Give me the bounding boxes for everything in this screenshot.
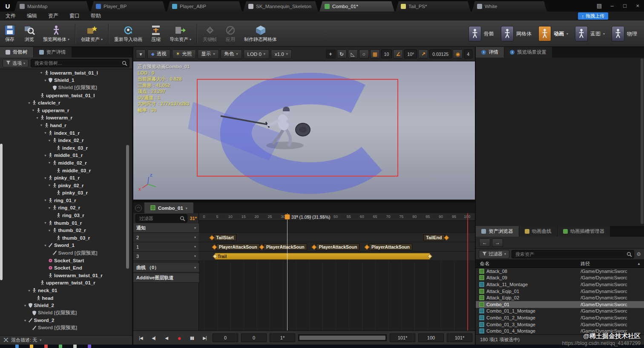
- taskbar-app-icon[interactable]: [88, 345, 91, 348]
- view-options-gear-icon[interactable]: ⚙: [636, 251, 641, 257]
- tree-row-sword[interactable]: Sword [仅限预览]: [0, 249, 132, 257]
- toolbar--button[interactable]: 保存: [0, 21, 20, 46]
- tree-row-sword_1[interactable]: ▼Sword_1: [0, 242, 132, 249]
- drag-upload-button[interactable]: ↑ 拖拽上传: [578, 12, 609, 20]
- asset-row-attack_11_montage[interactable]: Attack_11_Montage/Game/DynamicSworc: [476, 281, 644, 288]
- viewport--button[interactable]: 显示▾: [198, 49, 219, 59]
- viewport-x1-0-button[interactable]: x1.0▾: [271, 49, 292, 59]
- taskbar-app-icon[interactable]: [44, 345, 48, 348]
- taskbar-app-icon[interactable]: [73, 345, 77, 348]
- taskbar-app-icon[interactable]: [15, 345, 19, 348]
- panel-options-icon[interactable]: ◠: [135, 205, 142, 212]
- asset-search-input[interactable]: [512, 250, 634, 258]
- viewport--button[interactable]: ◆透视: [147, 49, 170, 59]
- expand-arrow-icon[interactable]: ▼: [24, 304, 28, 307]
- window-maximize-button[interactable]: □: [618, 0, 631, 11]
- tree-row-index_02_r[interactable]: ▼index_02_r: [0, 136, 132, 144]
- viewport-options-menu-button[interactable]: ▾: [136, 49, 146, 58]
- expand-arrow-icon[interactable]: ▼: [40, 71, 44, 74]
- tree-row-index_03_r[interactable]: index_03_r: [0, 144, 132, 152]
- step-back-button[interactable]: ◀|: [149, 333, 158, 342]
- expand-arrow-icon[interactable]: ▼: [28, 289, 32, 292]
- tree-row-thumb_02_r[interactable]: ▼thumb_02_r: [0, 226, 132, 234]
- track-row-3[interactable]: 3▾: [133, 252, 199, 261]
- toolbar--button[interactable]: 压缩: [146, 21, 166, 46]
- expand-arrow-icon[interactable]: ▼: [44, 154, 48, 157]
- tab-[interactable]: 骨骼树: [0, 47, 33, 58]
- toolbar--button[interactable]: 应用: [221, 21, 240, 46]
- toolbar--button[interactable]: 浏览: [20, 21, 39, 46]
- expand-arrow-icon[interactable]: ▼: [48, 229, 52, 232]
- timeline-ruler[interactable]: 0510152025303540455055606570758085909510…: [199, 213, 475, 221]
- menu-item-[interactable]: 编辑: [21, 12, 43, 20]
- rotation-snap-toggle[interactable]: ∠: [393, 49, 403, 58]
- toolbar--button[interactable]: 重新导入动画: [110, 21, 146, 46]
- tree-row-pinky_01_r[interactable]: ▼pinky_01_r: [0, 174, 132, 182]
- tree-row-lowerarm_twist_01_r[interactable]: lowerarm_twist_01_r: [0, 272, 132, 279]
- panel-splitter-horizontal[interactable]: [133, 200, 475, 203]
- notify-diamond-icon[interactable]: [444, 235, 449, 241]
- step-forward-button[interactable]: ▶|: [200, 333, 210, 342]
- doc-tab-tail_ps[interactable]: Tail_PS*: [396, 1, 471, 12]
- tree-row-socket_start[interactable]: Socket_Start: [0, 257, 132, 264]
- doc-tab-combo_01[interactable]: Combo_01*: [319, 1, 394, 12]
- taskbar-app-icon[interactable]: [30, 345, 33, 348]
- track-row-1[interactable]: 1▾: [133, 242, 199, 252]
- notify-lane[interactable]: [199, 221, 475, 233]
- expand-arrow-icon[interactable]: ▼: [48, 139, 52, 142]
- rotation-snap-value[interactable]: 10°: [404, 49, 417, 58]
- pause-button[interactable]: ▮▮: [187, 333, 197, 342]
- range-slider-thumb[interactable]: [299, 336, 385, 340]
- viewport--button[interactable]: ☀光照: [172, 49, 196, 59]
- doc-tab-player_bp[interactable]: Player_BP: [91, 1, 166, 12]
- expand-arrow-icon[interactable]: ▼: [44, 244, 48, 247]
- toolbar--button[interactable]: 制作静态网格体: [240, 21, 281, 46]
- doc-tab-mainmap[interactable]: MainMap: [14, 1, 89, 12]
- tree-row-lowerarm_twist_01_l[interactable]: ▼lowerarm_twist_01_l: [0, 69, 132, 77]
- tree-row-pinky_02_r[interactable]: ▼pinky_02_r: [0, 182, 132, 189]
- doc-tab-player_abp[interactable]: Player_ABP: [167, 1, 242, 12]
- scale-snap-value[interactable]: 0.03125: [429, 49, 451, 58]
- timeline-filter-input[interactable]: [136, 215, 187, 222]
- timeline-lane-area[interactable]: 0510152025303540455055606570758085909510…: [199, 213, 475, 331]
- chevron-down-icon[interactable]: ▾: [194, 235, 196, 239]
- playback-speed-field[interactable]: 1*: [270, 334, 295, 342]
- scale-snap-toggle[interactable]: ↗: [418, 49, 428, 58]
- tree-row-upperarm_r[interactable]: ▼upperarm_r: [0, 107, 132, 114]
- asset-row-attack_eqip_01[interactable]: Attack_Eqip_01/Game/DynamicSworc: [476, 288, 644, 295]
- grid-snap-value[interactable]: 10: [381, 49, 392, 58]
- tree-row-sword_2[interactable]: ▼Sword_2: [0, 317, 132, 325]
- expand-arrow-icon[interactable]: ▼: [44, 221, 48, 224]
- tree-row-ring_01_r[interactable]: ▼ring_01_r: [0, 197, 132, 204]
- sequence-length-field[interactable]: 100: [418, 334, 444, 342]
- tree-row-upperarm_twist_01_r[interactable]: upperarm_twist_01_r: [0, 279, 132, 287]
- world-space-toggle[interactable]: ○: [359, 49, 369, 58]
- tree-row-socket_end[interactable]: Socket_End: [0, 264, 132, 272]
- tree-row-clavicle_r[interactable]: ▼clavicle_r: [0, 99, 132, 107]
- tree-row-ring_03_r[interactable]: ring_03_r: [0, 212, 132, 219]
- tree-row-shield_1[interactable]: ▼Shield_1: [0, 77, 132, 84]
- mode--button[interactable]: 骨骼: [466, 25, 497, 43]
- tab-[interactable]: 资产详情: [34, 47, 72, 58]
- tab-[interactable]: 动画插槽管理器: [558, 226, 610, 237]
- menu-item-[interactable]: 窗口: [64, 12, 85, 20]
- notify-tailstart[interactable]: TailStart: [210, 234, 236, 241]
- tree-row-pinky_03_r[interactable]: pinky_03_r: [0, 189, 132, 197]
- toolbar--button[interactable]: 导出资产▾: [166, 21, 195, 46]
- doc-tab-white[interactable]: White: [472, 1, 547, 12]
- notify-playerattacksoun[interactable]: PlayerAttackSoun: [312, 244, 359, 250]
- menu-item-[interactable]: 帮助: [85, 12, 106, 20]
- chevron-down-icon[interactable]: ▾: [194, 254, 196, 258]
- notify-state-trail[interactable]: Trail: [215, 253, 431, 260]
- menu-item-[interactable]: 文件: [0, 12, 21, 20]
- tree-row-shield[interactable]: Shield [仅限预览]: [0, 84, 132, 92]
- blend-profile-picker[interactable]: 混合描述: 无 ▾: [0, 335, 132, 345]
- tree-row-middle_01_r[interactable]: ▼middle_01_r: [0, 152, 132, 160]
- tree-row-thumb_03_r[interactable]: thumb_03_r: [0, 234, 132, 242]
- tree-row-thumb_01_r[interactable]: ▼thumb_01_r: [0, 219, 132, 227]
- asset-row-combo_01_2_montage[interactable]: Combo_01_2_Montage/Game/DynamicSworc: [476, 314, 644, 321]
- current-frame-field[interactable]: 0: [213, 334, 238, 342]
- tree-row-index_01_r[interactable]: ▼index_01_r: [0, 129, 132, 137]
- timeline-playhead[interactable]: 31* (1.05) (31.55%): [287, 213, 288, 331]
- back-button[interactable]: ←: [479, 238, 490, 247]
